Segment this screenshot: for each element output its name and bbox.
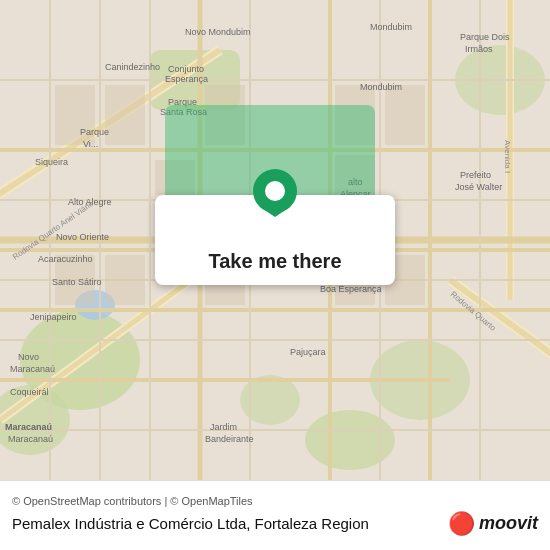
- svg-text:Siqueira: Siqueira: [35, 157, 68, 167]
- svg-text:Vi...: Vi...: [83, 139, 98, 149]
- svg-text:Parque Dois: Parque Dois: [460, 32, 510, 42]
- svg-rect-37: [105, 85, 145, 145]
- moovit-logo: 🔴 moovit: [448, 511, 538, 537]
- take-me-there-label: Take me there: [208, 250, 341, 273]
- svg-text:Jardim: Jardim: [210, 422, 237, 432]
- svg-rect-41: [385, 85, 425, 145]
- svg-text:Bandeirante: Bandeirante: [205, 434, 254, 444]
- map-attribution: © OpenStreetMap contributors | © OpenMap…: [12, 495, 538, 507]
- location-name: Pemalex Indústria e Comércio Ltda, Forta…: [12, 515, 448, 532]
- svg-marker-87: [260, 207, 290, 217]
- location-row: Pemalex Indústria e Comércio Ltda, Forta…: [12, 511, 538, 537]
- svg-text:José Walter: José Walter: [455, 182, 502, 192]
- map-pin-icon: [250, 165, 300, 228]
- svg-text:Esperança: Esperança: [165, 74, 208, 84]
- svg-text:Avenida I: Avenida I: [503, 140, 512, 173]
- svg-text:Novo: Novo: [18, 352, 39, 362]
- take-me-there-button[interactable]: Take me there: [155, 195, 395, 285]
- svg-text:Conjunto: Conjunto: [168, 64, 204, 74]
- svg-text:Jenipapeiro: Jenipapeiro: [30, 312, 77, 322]
- svg-point-86: [265, 181, 285, 201]
- bottom-bar: © OpenStreetMap contributors | © OpenMap…: [0, 480, 550, 550]
- svg-text:Mondubim: Mondubim: [370, 22, 412, 32]
- svg-text:Pajuçara: Pajuçara: [290, 347, 326, 357]
- moovit-icon: 🔴: [448, 511, 475, 537]
- svg-text:Mondubim: Mondubim: [360, 82, 402, 92]
- svg-point-4: [305, 410, 395, 470]
- svg-text:Novo Oriente: Novo Oriente: [56, 232, 109, 242]
- svg-text:Parque: Parque: [80, 127, 109, 137]
- svg-text:Maracanaú: Maracanaú: [10, 364, 55, 374]
- svg-text:Novo Mondubim: Novo Mondubim: [185, 27, 251, 37]
- svg-text:Coqueirál: Coqueirál: [10, 387, 49, 397]
- svg-text:Boa Esperança: Boa Esperança: [320, 284, 382, 294]
- svg-text:Santo Sátiro: Santo Sátiro: [52, 277, 102, 287]
- svg-text:Maracanaú: Maracanaú: [5, 422, 52, 432]
- svg-text:Irmãos: Irmãos: [465, 44, 493, 54]
- svg-text:Maracanaú: Maracanaú: [8, 434, 53, 444]
- svg-rect-47: [105, 255, 145, 305]
- moovit-text: moovit: [479, 513, 538, 534]
- svg-text:Prefeito: Prefeito: [460, 170, 491, 180]
- svg-text:Acaracuzinho: Acaracuzinho: [38, 254, 93, 264]
- map-view[interactable]: Siqueira Canindezinho Novo Mondubim Mond…: [0, 0, 550, 480]
- svg-text:Canindezinho: Canindezinho: [105, 62, 160, 72]
